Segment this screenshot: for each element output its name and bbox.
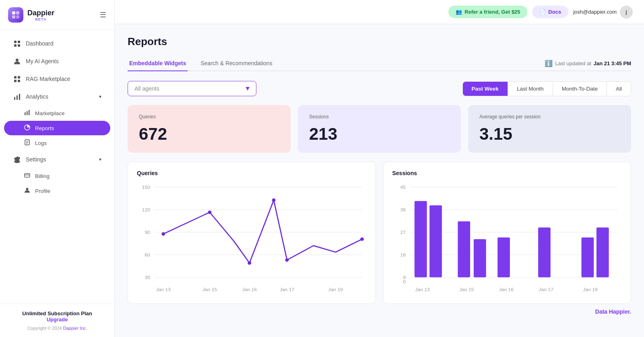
svg-rect-65 <box>429 205 442 277</box>
svg-rect-3 <box>16 15 19 19</box>
rag-marketplace-label: RAG Marketplace <box>26 76 70 82</box>
upgrade-link[interactable]: Upgrade <box>8 316 106 323</box>
sessions-value: 213 <box>309 124 450 144</box>
sidebar-footer: Unlimited Subscription Plan Upgrade Copy… <box>0 304 114 337</box>
avg-queries-label: Average queries per session <box>479 114 620 120</box>
svg-text:Jan 13: Jan 13 <box>415 287 430 292</box>
svg-point-47 <box>360 238 364 241</box>
svg-text:Jan 17: Jan 17 <box>539 287 553 292</box>
rag-marketplace-icon <box>13 75 21 83</box>
docs-icon: 📄 <box>539 9 546 15</box>
svg-point-43 <box>208 211 212 214</box>
hamburger-icon[interactable]: ☰ <box>100 10 106 19</box>
svg-rect-2 <box>12 15 15 19</box>
logs-icon <box>24 139 30 147</box>
line-chart-svg: 150 120 90 60 30 Jan 13 Jan 15 Jan 16 Ja… <box>137 183 367 296</box>
logo-text: Dappier BETA <box>27 9 54 21</box>
docs-button[interactable]: 📄 Docs <box>532 6 568 18</box>
queries-chart-card: Queries 150 120 90 60 30 <box>128 161 376 304</box>
data-happier-label: Data Happier. <box>595 308 631 315</box>
sidebar-item-settings[interactable]: Settings ▾ <box>4 151 110 168</box>
content-area: Reports Embeddable Widgets Search & Reco… <box>115 24 644 337</box>
sidebar-item-ai-agents[interactable]: My AI Agents <box>4 53 110 70</box>
svg-rect-1 <box>16 11 19 14</box>
marketplace-sub-icon <box>24 110 30 117</box>
sidebar-item-reports[interactable]: Reports <box>4 121 110 135</box>
sidebar-item-logs[interactable]: Logs <box>4 136 110 150</box>
refer-button[interactable]: 👥 Refer a friend, Get $25 <box>448 6 527 18</box>
svg-rect-66 <box>458 221 470 277</box>
analytics-icon <box>13 93 21 101</box>
svg-rect-68 <box>497 238 510 277</box>
svg-text:18: 18 <box>400 252 406 258</box>
svg-text:45: 45 <box>400 184 406 190</box>
stat-card-queries: Queries 672 <box>128 105 291 153</box>
svg-rect-18 <box>29 110 30 115</box>
date-filter-all[interactable]: All <box>607 82 631 96</box>
app-beta: BETA <box>27 17 54 21</box>
profile-label: Profile <box>35 188 50 194</box>
svg-rect-7 <box>18 44 20 47</box>
svg-text:30: 30 <box>145 275 151 280</box>
stat-card-avg-queries: Average queries per session 3.15 <box>468 105 631 153</box>
page-title: Reports <box>128 35 631 48</box>
svg-text:150: 150 <box>142 184 150 190</box>
billing-icon <box>24 172 30 180</box>
svg-text:Jan 13: Jan 13 <box>156 287 171 292</box>
tab-search-recommendations[interactable]: Search & Recommendations <box>199 56 274 71</box>
filters-row: All agents ▼ Past Week Last Month Month-… <box>128 81 631 96</box>
stat-cards: Queries 672 Sessions 213 Average queries… <box>128 105 631 153</box>
svg-rect-5 <box>18 41 20 43</box>
sessions-bar-chart: 45 36 27 18 9 0 Jan 13 Jan 15 Jan 16 Jan… <box>392 183 622 296</box>
analytics-label: Analytics <box>26 93 48 100</box>
settings-icon <box>13 155 21 163</box>
sidebar-item-profile[interactable]: Profile <box>4 184 110 198</box>
bar-chart-svg: 45 36 27 18 9 0 Jan 13 Jan 15 Jan 16 Jan… <box>392 183 622 296</box>
svg-rect-24 <box>25 174 30 177</box>
svg-text:Jan 15: Jan 15 <box>459 287 474 292</box>
reports-sub-icon <box>24 124 30 132</box>
svg-rect-15 <box>19 94 20 100</box>
settings-chevron: ▾ <box>99 157 101 162</box>
sidebar-item-rag-marketplace[interactable]: RAG Marketplace <box>4 70 110 87</box>
info-icon: ℹ️ <box>545 60 553 67</box>
svg-point-44 <box>248 261 251 265</box>
date-filter-past-week[interactable]: Past Week <box>463 82 508 96</box>
sidebar-item-analytics[interactable]: Analytics ▾ <box>4 88 110 105</box>
profile-icon <box>24 187 30 194</box>
sessions-chart-card: Sessions 45 36 27 18 9 <box>383 161 632 304</box>
svg-rect-12 <box>18 80 20 82</box>
company-link[interactable]: Dappier Inc. <box>63 326 87 331</box>
svg-text:36: 36 <box>400 207 406 213</box>
refer-label: Refer a friend, Get $25 <box>464 9 520 15</box>
svg-text:Jan 19: Jan 19 <box>328 287 343 292</box>
svg-rect-4 <box>14 41 17 43</box>
queries-chart-title: Queries <box>137 170 367 176</box>
user-avatar[interactable]: j <box>620 6 633 19</box>
svg-text:60: 60 <box>145 252 151 258</box>
svg-rect-10 <box>18 76 20 79</box>
sidebar-item-billing[interactable]: Billing <box>4 169 110 183</box>
user-info: josh@dappier.com j <box>573 6 633 19</box>
last-updated: ℹ️ Last updated at Jan 21 3:45 PM <box>545 60 631 67</box>
svg-rect-64 <box>414 201 427 277</box>
svg-rect-16 <box>25 112 26 115</box>
sidebar-item-dashboard[interactable]: Dashboard <box>4 35 110 52</box>
refer-icon: 👥 <box>456 9 462 15</box>
svg-text:Jan 16: Jan 16 <box>499 287 514 292</box>
topbar: 👥 Refer a friend, Get $25 📄 Docs josh@da… <box>115 0 644 24</box>
queries-label: Queries <box>139 114 279 120</box>
svg-point-8 <box>16 58 19 61</box>
tab-embeddable-widgets[interactable]: Embeddable Widgets <box>128 56 188 71</box>
svg-text:Jan 19: Jan 19 <box>583 287 598 292</box>
svg-text:27: 27 <box>400 229 406 235</box>
date-filter-month-to-date[interactable]: Month-To-Date <box>553 82 607 96</box>
dashboard-icon <box>13 39 21 48</box>
svg-text:0: 0 <box>403 279 406 285</box>
logo-icon <box>8 7 23 23</box>
sidebar-item-marketplace[interactable]: Marketplace <box>4 106 110 120</box>
agent-select[interactable]: All agents <box>128 81 256 96</box>
svg-rect-11 <box>14 80 17 82</box>
date-filter-last-month[interactable]: Last Month <box>508 82 553 96</box>
logo-area: Dappier BETA ☰ <box>0 0 114 30</box>
